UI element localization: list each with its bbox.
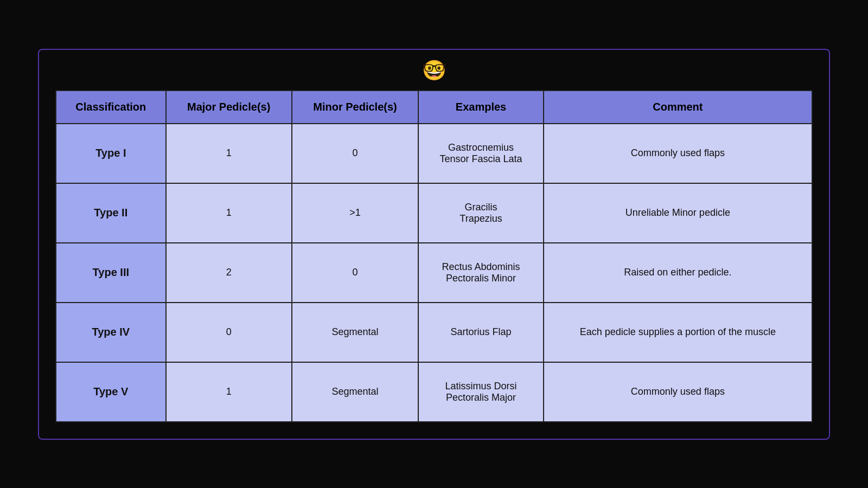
cell-minor_pedicle-3: Segmental — [292, 303, 419, 362]
table-row: Type IV0SegmentalSartorius FlapEach pedi… — [56, 303, 812, 362]
header-classification: Classification — [56, 91, 166, 124]
main-container: 🤓 Classification Major Pedicle(s) Minor … — [38, 49, 830, 440]
cell-examples-2: Rectus AbdominisPectoralis Minor — [418, 243, 543, 303]
cell-comment-3: Each pedicle supplies a portion of the m… — [544, 303, 812, 362]
logo-area: 🤓 — [55, 61, 813, 80]
header-comment: Comment — [544, 91, 812, 124]
cell-examples-4: Latissimus DorsiPectoralis Major — [418, 362, 543, 422]
table-row: Type I10GastrocnemiusTensor Fascia LataC… — [56, 124, 812, 183]
header-major-pedicle: Major Pedicle(s) — [166, 91, 292, 124]
logo-icon: 🤓 — [422, 61, 446, 80]
cell-classification-2: Type III — [56, 243, 166, 303]
table-row: Type II1>1GracilisTrapeziusUnreliable Mi… — [56, 183, 812, 243]
cell-major_pedicle-0: 1 — [166, 124, 292, 183]
cell-classification-4: Type V — [56, 362, 166, 422]
cell-examples-3: Sartorius Flap — [418, 303, 543, 362]
cell-major_pedicle-3: 0 — [166, 303, 292, 362]
cell-classification-1: Type II — [56, 183, 166, 243]
cell-major_pedicle-1: 1 — [166, 183, 292, 243]
header-minor-pedicle: Minor Pedicle(s) — [292, 91, 419, 124]
cell-classification-0: Type I — [56, 124, 166, 183]
table-row: Type V1SegmentalLatissimus DorsiPectoral… — [56, 362, 812, 422]
cell-minor_pedicle-2: 0 — [292, 243, 419, 303]
cell-comment-2: Raised on either pedicle. — [544, 243, 812, 303]
cell-comment-1: Unreliable Minor pedicle — [544, 183, 812, 243]
table-row: Type III20Rectus AbdominisPectoralis Min… — [56, 243, 812, 303]
cell-minor_pedicle-0: 0 — [292, 124, 419, 183]
cell-classification-3: Type IV — [56, 303, 166, 362]
cell-major_pedicle-4: 1 — [166, 362, 292, 422]
cell-examples-0: GastrocnemiusTensor Fascia Lata — [418, 124, 543, 183]
cell-minor_pedicle-1: >1 — [292, 183, 419, 243]
cell-minor_pedicle-4: Segmental — [292, 362, 419, 422]
classification-table: Classification Major Pedicle(s) Minor Pe… — [55, 90, 813, 422]
cell-comment-4: Commonly used flaps — [544, 362, 812, 422]
header-examples: Examples — [418, 91, 543, 124]
cell-comment-0: Commonly used flaps — [544, 124, 812, 183]
cell-examples-1: GracilisTrapezius — [418, 183, 543, 243]
cell-major_pedicle-2: 2 — [166, 243, 292, 303]
